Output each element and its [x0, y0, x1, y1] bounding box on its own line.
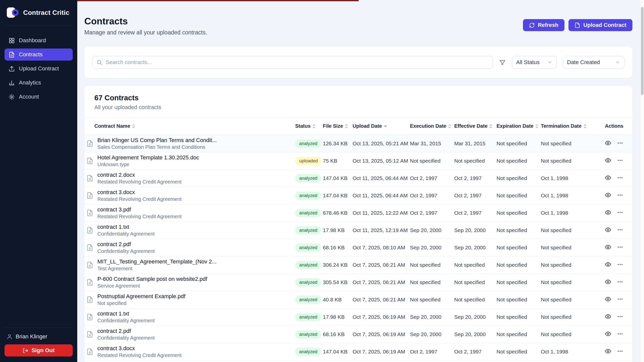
table-row[interactable]: Brian Klinger US Comp Plan Terms and Con… [84, 135, 632, 152]
scrollbar-thumb[interactable] [641, 7, 643, 95]
view-icon[interactable] [605, 331, 611, 337]
view-icon[interactable] [605, 174, 611, 181]
sign-out-button[interactable]: Sign Out [5, 344, 73, 356]
col-termination-date[interactable]: Termination Date [539, 117, 599, 135]
table-row[interactable]: MIT_LL_Testing_Agreement_Template_(Nov 2… [84, 256, 632, 274]
col-expiration-date[interactable]: Expiration Date [495, 117, 539, 135]
status-badge: analyzed [295, 209, 321, 217]
view-icon[interactable] [605, 157, 611, 164]
table-row[interactable]: contract 3.docx Restated Revolving Credi… [84, 343, 632, 360]
file-size: 305.54 KB [321, 274, 351, 291]
contract-name[interactable]: P-600 Contract Sample post on website2.p… [97, 276, 207, 282]
view-icon[interactable] [605, 279, 611, 285]
table-row[interactable]: contract 2.docx Restated Revolving Credi… [84, 170, 632, 187]
execution-date: Mar 31, 2015 [408, 135, 452, 152]
more-actions-icon[interactable] [617, 348, 623, 354]
more-actions-icon[interactable] [617, 331, 623, 337]
sort-icon [312, 123, 316, 129]
table-row[interactable]: Hotel Agreement Template 1.30.2025.doc U… [84, 152, 632, 170]
more-actions-icon[interactable] [617, 192, 623, 198]
view-icon[interactable] [605, 244, 611, 250]
upload-contract-button[interactable]: Upload Contract [569, 19, 632, 31]
col-execution-date[interactable]: Execution Date [408, 117, 452, 135]
contract-name[interactable]: contract 3.docx [97, 345, 182, 352]
sign-out-label: Sign Out [31, 347, 55, 354]
file-size: 306.24 KB [321, 256, 351, 274]
col-effective-date[interactable]: Effective Date [452, 117, 495, 135]
sidebar-item-contracts[interactable]: Contracts [5, 49, 73, 61]
contract-name[interactable]: Brian Klinger US Comp Plan Terms and Con… [97, 137, 217, 144]
execution-date: Not specified [408, 291, 452, 308]
view-icon[interactable] [605, 209, 611, 216]
effective-date: Sep 20, 2000 [452, 326, 495, 343]
execution-date: Sep 20, 2000 [408, 326, 452, 343]
user-name: Brian Klinger [16, 333, 47, 340]
view-icon[interactable] [605, 227, 611, 233]
brand[interactable]: Contract Critic [5, 6, 73, 25]
view-icon[interactable] [605, 140, 611, 146]
refresh-icon [529, 22, 535, 28]
table-row[interactable]: contract 1.txt Confidentiality Agreement… [84, 308, 632, 326]
contract-name[interactable]: contract 2.pdf [97, 328, 155, 334]
sidebar-item-analytics[interactable]: Analytics [5, 77, 73, 89]
contract-name[interactable]: Hotel Agreement Template 1.30.2025.doc [97, 154, 199, 161]
view-icon[interactable] [605, 296, 611, 302]
file-size: 126.34 KB [321, 135, 351, 152]
table-row[interactable]: contract 3.docx Unknown analyzed 147.04 … [84, 360, 632, 362]
view-icon[interactable] [605, 261, 611, 268]
search-input[interactable] [92, 56, 493, 69]
table-row[interactable]: contract 1.txt Confidentiality Agreement… [84, 222, 632, 239]
more-actions-icon[interactable] [617, 261, 623, 268]
scrollbar[interactable] [640, 0, 644, 362]
more-actions-icon[interactable] [617, 157, 623, 164]
table-row[interactable]: Postnuptial Agreement Example.pdf Not sp… [84, 291, 632, 308]
top-accent-bar [77, 0, 359, 1]
col-upload-date[interactable]: Upload Date [351, 117, 408, 135]
effective-date: Oct 2, 1997 [452, 170, 495, 187]
page-header: Contracts Manage and review all your upl… [84, 16, 632, 36]
contract-type: Restated Revolving Credit Agreement [97, 196, 182, 202]
view-icon[interactable] [605, 192, 611, 198]
more-actions-icon[interactable] [617, 140, 623, 146]
table-row[interactable]: contract 3.pdf Restated Revolving Credit… [84, 204, 632, 222]
sort-icon [132, 123, 135, 129]
more-actions-icon[interactable] [617, 244, 623, 250]
contract-name[interactable]: Postnuptial Agreement Example.pdf [97, 293, 185, 300]
table-row[interactable]: contract 2.pdf Confidentiality Agreement… [84, 326, 632, 343]
more-actions-icon[interactable] [617, 296, 623, 302]
status-badge: analyzed [295, 330, 321, 339]
col-status[interactable]: Status [293, 117, 321, 135]
sidebar-item-account[interactable]: Account [5, 91, 73, 103]
contract-name[interactable]: MIT_LL_Testing_Agreement_Template_(Nov 2… [97, 258, 216, 265]
more-actions-icon[interactable] [617, 209, 623, 216]
more-actions-icon[interactable] [617, 313, 623, 320]
sidebar-item-upload-contract[interactable]: Upload Contract [5, 63, 73, 75]
contract-type: Restated Revolving Credit Agreement [97, 179, 182, 185]
contract-name[interactable]: contract 2.pdf [97, 241, 155, 248]
contract-name[interactable]: contract 1.txt [97, 224, 155, 230]
sidebar-item-dashboard[interactable]: Dashboard [5, 34, 73, 47]
col-contract-name[interactable]: Contract Name [84, 117, 293, 135]
table-row[interactable]: contract 2.pdf Confidentiality Agreement… [84, 239, 632, 256]
expiration-date: Not specified [495, 204, 539, 222]
more-actions-icon[interactable] [617, 174, 623, 181]
view-icon[interactable] [605, 348, 611, 354]
status-filter-select[interactable]: All Status [512, 56, 557, 69]
table-row[interactable]: contract 3.docx Restated Revolving Credi… [84, 187, 632, 204]
table-row[interactable]: P-600 Contract Sample post on website2.p… [84, 274, 632, 291]
document-icon [86, 157, 93, 164]
termination-date: Not specified [539, 239, 599, 256]
expiration-date: Not specified [495, 256, 539, 274]
view-icon[interactable] [605, 313, 611, 320]
date-filter-select[interactable]: Date Created [563, 56, 624, 69]
more-actions-icon[interactable] [617, 279, 623, 285]
contract-name[interactable]: contract 2.docx [97, 172, 182, 178]
col-file-size[interactable]: File Size [321, 117, 351, 135]
contract-name[interactable]: contract 1.txt [97, 310, 155, 317]
refresh-button[interactable]: Refresh [523, 19, 564, 31]
upload-date: Oct 11, 2025, 12:22 AM [351, 204, 408, 222]
more-actions-icon[interactable] [617, 227, 623, 233]
contract-name[interactable]: contract 3.pdf [97, 206, 182, 213]
status-badge: analyzed [295, 278, 321, 287]
contract-name[interactable]: contract 3.docx [97, 189, 182, 196]
